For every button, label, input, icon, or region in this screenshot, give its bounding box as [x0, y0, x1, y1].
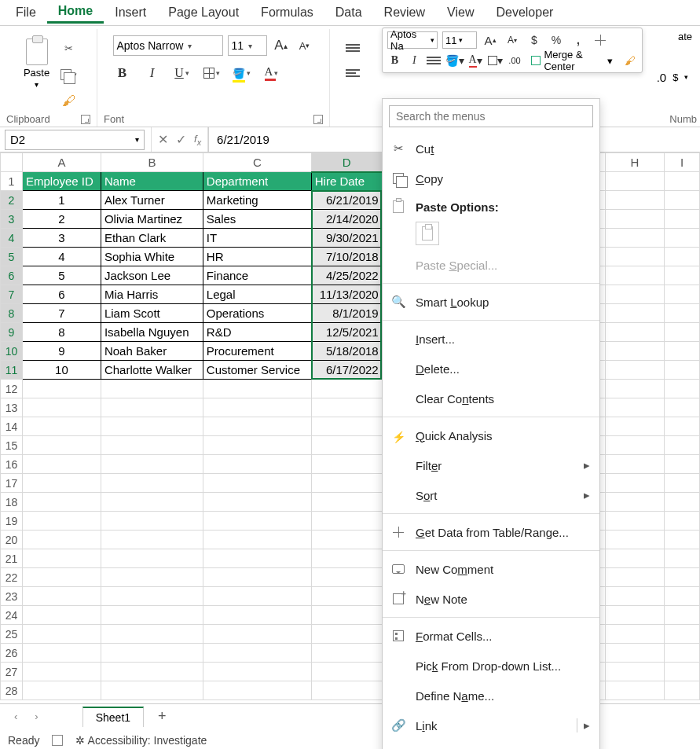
decrease-font-button[interactable]: A▾: [295, 36, 314, 55]
format-cells-icon: [390, 628, 406, 644]
menu-insert[interactable]: Insert...: [383, 324, 599, 354]
select-all[interactable]: [1, 153, 23, 172]
fill-color-button[interactable]: 🪣▾: [233, 64, 251, 83]
note-icon: [390, 591, 406, 607]
mini-fill[interactable]: 🪣▾: [446, 52, 464, 69]
mini-fontcolor[interactable]: A▾: [468, 52, 483, 69]
menu-format-cells[interactable]: Format Cells...: [383, 621, 599, 651]
col-B[interactable]: B: [101, 153, 203, 172]
font-color-button[interactable]: A▾: [262, 64, 281, 83]
menu-define-name[interactable]: Define Name...: [383, 681, 599, 700]
menu-paste-special: Paste Special...: [383, 250, 599, 280]
mini-border[interactable]: ▾: [488, 52, 503, 69]
number-ate: ate: [678, 31, 697, 42]
bold-button[interactable]: B: [113, 64, 132, 83]
scissors-icon: [390, 141, 406, 156]
menu-clear[interactable]: Clear Contents: [383, 384, 599, 413]
search-icon: 🔍: [390, 294, 406, 310]
menu-copy[interactable]: Copy: [383, 163, 599, 193]
paste-option-default[interactable]: [416, 222, 439, 245]
increase-font-button[interactable]: A▴: [272, 36, 291, 55]
col-C[interactable]: C: [203, 153, 311, 172]
col-I[interactable]: I: [665, 153, 700, 172]
underline-button[interactable]: U▾: [173, 64, 192, 83]
table-icon: [390, 524, 406, 540]
copy-icon: [60, 69, 71, 80]
mini-italic[interactable]: I: [407, 52, 422, 69]
menu-smart-lookup[interactable]: 🔍Smart Lookup: [383, 287, 599, 317]
menu-sort[interactable]: Sort▸: [383, 480, 599, 510]
borders-button[interactable]: ▾: [203, 64, 222, 83]
menu-filter[interactable]: Filter▸: [383, 450, 599, 480]
mini-comma[interactable]: ,: [570, 31, 587, 49]
align-left-button[interactable]: [343, 64, 362, 83]
currency-button[interactable]: $: [673, 72, 678, 83]
tab-data[interactable]: Data: [324, 2, 373, 23]
scissors-icon: [64, 42, 73, 54]
col-H[interactable]: H: [605, 153, 665, 172]
menu-search-input[interactable]: [389, 105, 593, 127]
font-group-label: Font: [104, 113, 124, 125]
clipboard-icon: [26, 39, 48, 65]
mini-percent[interactable]: %: [548, 31, 565, 49]
menu-get-data[interactable]: Get Data from Table/Range...: [383, 517, 599, 547]
mini-toolbar: Aptos Na▾ 11▾ A▴ A▾ $ % , B I 🪣▾ A▾ ▾ .0…: [382, 28, 643, 73]
mini-font-combo[interactable]: Aptos Na▾: [387, 31, 438, 49]
clipboard-label: Clipboard: [6, 113, 50, 125]
copy-button[interactable]: ▾: [59, 65, 78, 84]
tab-developer[interactable]: Developer: [485, 2, 564, 23]
mini-format-painter[interactable]: 🖌: [622, 52, 637, 69]
clipboard-dialog-launcher[interactable]: [81, 115, 90, 124]
menu-quick-analysis[interactable]: Quick Analysis: [383, 420, 599, 450]
col-D[interactable]: D: [311, 153, 382, 172]
menu-cut[interactable]: Cut: [383, 134, 599, 163]
cancel-formula-button[interactable]: ✕: [158, 132, 168, 147]
paste-button[interactable]: Paste ▾: [19, 37, 54, 90]
tab-home[interactable]: Home: [47, 1, 104, 24]
enter-formula-button[interactable]: ✓: [176, 132, 186, 147]
tab-formulas[interactable]: Formulas: [250, 2, 324, 23]
context-menu: Cut Copy Paste Options: Paste Special...…: [382, 98, 600, 700]
tab-review[interactable]: Review: [373, 2, 436, 23]
font-size-combo[interactable]: 11▾: [228, 35, 267, 56]
tab-view[interactable]: View: [436, 2, 485, 23]
menu-new-comment[interactable]: New Comment: [383, 554, 599, 584]
italic-button[interactable]: I: [143, 64, 162, 83]
comment-icon: [390, 561, 406, 577]
mini-increase-font[interactable]: A▴: [482, 31, 499, 49]
mini-bold[interactable]: B: [387, 52, 402, 69]
menu-new-note[interactable]: New Note: [383, 584, 599, 614]
paste-icon: [390, 199, 406, 215]
tab-page-layout[interactable]: Page Layout: [157, 2, 250, 23]
copy-icon: [390, 171, 406, 186]
mini-decrease-font[interactable]: A▾: [504, 31, 521, 49]
quick-icon: [390, 428, 406, 443]
menu-pick-list[interactable]: Pick From Drop-down List...: [383, 651, 599, 681]
mini-size-combo[interactable]: 11▾: [442, 31, 477, 49]
name-box[interactable]: D2▾: [5, 130, 145, 150]
mini-currency[interactable]: $: [526, 31, 543, 49]
mini-merge[interactable]: Merge & Center▾: [526, 52, 618, 69]
tab-insert[interactable]: Insert: [104, 2, 157, 23]
mini-decimal[interactable]: .00: [508, 52, 522, 69]
mini-align[interactable]: [427, 52, 442, 69]
fx-button[interactable]: fx: [194, 133, 201, 147]
ribbon-tabs: File Home Insert Page Layout Formulas Da…: [0, 0, 700, 25]
menu-delete[interactable]: Delete...: [383, 354, 599, 384]
font-name-combo[interactable]: Aptos Narrow▾: [113, 35, 223, 56]
paste-label: Paste: [24, 67, 49, 79]
format-painter-button[interactable]: 🖌: [59, 92, 78, 111]
number-group-label: Numb: [669, 113, 697, 125]
align-top-button[interactable]: [343, 39, 362, 57]
font-dialog-launcher[interactable]: [313, 115, 323, 124]
tab-file[interactable]: File: [5, 2, 47, 23]
cut-button[interactable]: [59, 39, 78, 57]
decrease-decimal-button[interactable]: .0: [657, 71, 667, 84]
menu-paste-options: Paste Options:: [383, 193, 599, 220]
col-A[interactable]: A: [22, 153, 101, 172]
mini-table[interactable]: [592, 31, 609, 49]
